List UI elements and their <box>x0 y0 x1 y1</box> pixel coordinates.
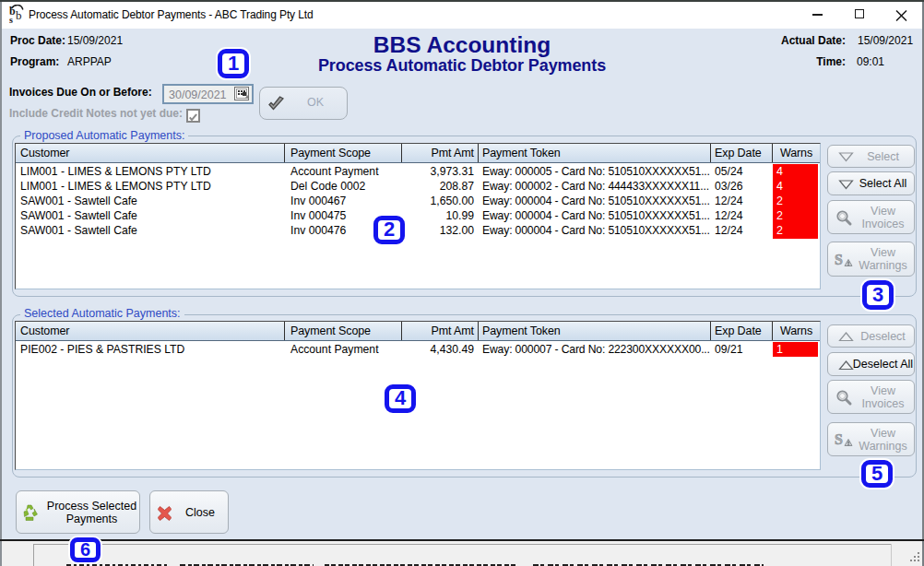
svg-text:s: s <box>9 15 13 25</box>
svg-text:b: b <box>16 8 22 22</box>
svg-text:S: S <box>835 252 843 267</box>
svg-text:S: S <box>835 431 843 447</box>
